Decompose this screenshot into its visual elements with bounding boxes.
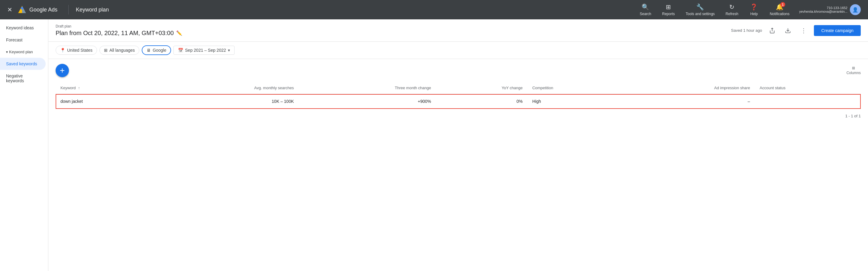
user-menu-button[interactable]: 710-133-1652 yevheniia.khromova@serankin…	[797, 3, 863, 16]
network-label: Google	[153, 48, 166, 53]
top-navigation: ✕ Google Ads Keyword plan 🔍 Search ⊞ Rep…	[0, 0, 868, 19]
sidebar-item-keyword-plan[interactable]: ▾ Keyword plan	[0, 46, 45, 58]
sidebar-item-forecast[interactable]: Forecast	[0, 34, 45, 46]
cell-three-month-change: +900%	[299, 94, 436, 109]
more-options-button[interactable]: ⋮	[798, 25, 809, 37]
draft-label: Draft plan	[56, 24, 182, 28]
nav-actions-group: 🔍 Search ⊞ Reports 🔧 Tools and settings …	[635, 1, 795, 18]
sidebar-item-keyword-ideas-label: Keyword ideas	[6, 25, 34, 30]
languages-filter[interactable]: ⊞ All languages	[99, 46, 139, 55]
svg-marker-1	[22, 6, 26, 13]
user-phone: 710-133-1652	[799, 6, 847, 10]
help-nav-button[interactable]: ❓ Help	[744, 1, 764, 18]
date-range-filter[interactable]: 📅 Sep 2021 – Sep 2022 ▾	[174, 46, 234, 55]
app-logo: Google Ads	[17, 5, 57, 14]
plan-name: Plan from Oct 20, 2022, 11 AM, GMT+03:00	[56, 30, 174, 37]
notification-badge: 1	[780, 2, 785, 7]
search-icon: 🔍	[642, 3, 649, 10]
app-name: Google Ads	[29, 7, 57, 13]
column-header-yoy-change[interactable]: YoY change	[436, 82, 527, 94]
user-email: yevheniia.khromova@serankin...	[799, 10, 847, 13]
three-month-change-label: Three month change	[395, 86, 431, 90]
yoy-change-label: YoY change	[502, 86, 523, 90]
search-nav-label: Search	[640, 12, 651, 16]
plan-header-right: Saved 1 hour ago ⋮ Create campaign	[731, 25, 861, 37]
table-area: + ⊞ Columns Keyword ↑ Avg. monthly se	[49, 59, 868, 123]
table-toolbar: + ⊞ Columns	[56, 59, 861, 82]
edit-icon[interactable]: ✏️	[176, 30, 182, 36]
download-icon	[785, 28, 791, 34]
columns-button[interactable]: ⊞ Columns	[846, 66, 861, 75]
table-row[interactable]: down jacket 10K – 100K +900% 0% High –	[56, 94, 861, 109]
svg-point-2	[21, 7, 23, 9]
notifications-nav-button[interactable]: 🔔 1 Notifications	[765, 1, 794, 18]
chevron-down-icon: ▾	[228, 48, 230, 53]
sidebar-item-saved-keywords[interactable]: Saved keywords	[0, 58, 45, 70]
app-layout: Keyword ideas Forecast ▾ Keyword plan Sa…	[0, 19, 868, 271]
close-button[interactable]: ✕	[5, 5, 15, 14]
refresh-nav-label: Refresh	[726, 12, 738, 16]
cell-account-status	[755, 94, 861, 109]
reports-nav-label: Reports	[662, 12, 675, 16]
cell-competition: High	[527, 94, 619, 109]
keywords-table: Keyword ↑ Avg. monthly searches Three mo…	[56, 82, 861, 109]
saved-time: Saved 1 hour ago	[731, 28, 762, 33]
search-nav-button[interactable]: 🔍 Search	[635, 1, 656, 18]
column-header-keyword[interactable]: Keyword ↑	[56, 82, 151, 94]
sidebar-item-negative-keywords[interactable]: Negative keywords	[0, 70, 45, 87]
column-header-avg-monthly-searches[interactable]: Avg. monthly searches	[151, 82, 299, 94]
languages-label: All languages	[110, 48, 135, 53]
sidebar-item-keyword-ideas[interactable]: Keyword ideas	[0, 22, 45, 34]
sort-ascending-icon: ↑	[78, 86, 80, 90]
help-icon: ❓	[750, 3, 758, 10]
pagination: 1 - 1 of 1	[56, 109, 861, 123]
sidebar-item-keyword-plan-label: Keyword plan	[9, 50, 33, 54]
languages-icon: ⊞	[104, 48, 107, 53]
share-button[interactable]	[767, 25, 778, 36]
cell-avg-monthly-searches: 10K – 100K	[151, 94, 299, 109]
more-options-icon: ⋮	[801, 27, 807, 34]
avatar: 👤	[850, 4, 861, 15]
download-button[interactable]	[782, 25, 793, 36]
competition-label: Competition	[532, 86, 553, 90]
plan-header-left: Draft plan Plan from Oct 20, 2022, 11 AM…	[56, 24, 182, 37]
reports-nav-button[interactable]: ⊞ Reports	[657, 1, 680, 18]
create-campaign-button[interactable]: Create campaign	[814, 25, 861, 36]
ad-impression-share-label: Ad impression share	[714, 86, 750, 90]
table-header-row: Keyword ↑ Avg. monthly searches Three mo…	[56, 82, 861, 94]
column-header-three-month-change[interactable]: Three month change	[299, 82, 436, 94]
date-range-label: Sep 2021 – Sep 2022	[185, 48, 226, 53]
calendar-icon: 📅	[178, 48, 183, 53]
add-icon: +	[60, 66, 65, 75]
pagination-label: 1 - 1 of 1	[845, 114, 861, 118]
share-icon	[769, 28, 775, 34]
network-icon: 🖥	[147, 48, 151, 53]
google-ads-logo-icon	[17, 5, 27, 14]
reports-icon: ⊞	[666, 3, 671, 10]
sidebar-item-negative-keywords-label: Negative keywords	[6, 73, 39, 83]
cell-ad-impression-share: –	[619, 94, 755, 109]
column-header-competition[interactable]: Competition	[527, 82, 619, 94]
avg-monthly-searches-label: Avg. monthly searches	[254, 86, 294, 90]
network-filter[interactable]: 🖥 Google	[142, 46, 171, 55]
keyword-column-label: Keyword	[60, 86, 76, 90]
tools-nav-label: Tools and settings	[686, 12, 715, 16]
page-title: Keyword plan	[76, 7, 109, 13]
tools-icon: 🔧	[696, 3, 704, 10]
sidebar-item-forecast-label: Forecast	[6, 37, 22, 42]
plan-name-row: Plan from Oct 20, 2022, 11 AM, GMT+03:00…	[56, 30, 182, 37]
plan-header: Draft plan Plan from Oct 20, 2022, 11 AM…	[49, 19, 868, 42]
cell-yoy-change: 0%	[436, 94, 527, 109]
location-filter[interactable]: 📍 United States	[56, 46, 97, 55]
add-keyword-button[interactable]: +	[56, 64, 69, 77]
notifications-icon: 🔔 1	[776, 3, 783, 10]
tools-nav-button[interactable]: 🔧 Tools and settings	[681, 1, 720, 18]
column-header-ad-impression-share[interactable]: Ad impression share	[619, 82, 755, 94]
refresh-icon: ↻	[729, 3, 735, 10]
location-label: United States	[67, 48, 92, 53]
column-header-account-status[interactable]: Account status	[755, 82, 861, 94]
refresh-nav-button[interactable]: ↻ Refresh	[721, 1, 743, 18]
cell-keyword: down jacket	[56, 94, 151, 109]
nav-divider	[68, 5, 69, 14]
columns-icon: ⊞	[852, 66, 855, 70]
